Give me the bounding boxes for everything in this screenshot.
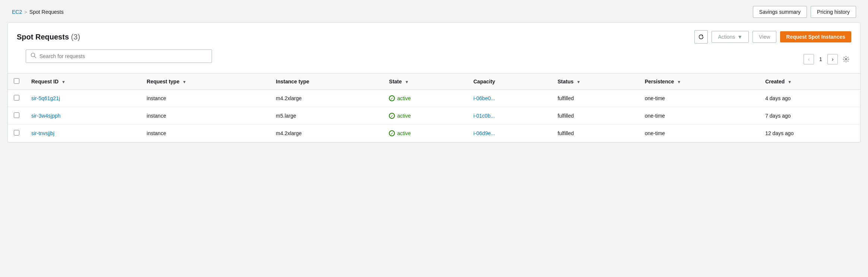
sort-icon-persistence: ▼ xyxy=(677,80,681,84)
select-all-checkbox[interactable] xyxy=(14,78,19,84)
row-created: 7 days ago xyxy=(759,107,860,125)
breadcrumb-separator: > xyxy=(24,9,27,15)
request-spot-instances-button[interactable]: Request Spot Instances xyxy=(780,31,851,42)
state-label: active xyxy=(397,95,411,101)
header-persistence: Persistence ▼ xyxy=(639,74,760,90)
search-bar[interactable] xyxy=(26,50,212,63)
table-row: sir-3w4sjpph instance m5.large ✓ active … xyxy=(8,107,860,125)
row-request-id: sir-5q61g21j xyxy=(25,90,141,107)
sort-icon-status: ▼ xyxy=(576,80,580,84)
row-request-type: instance xyxy=(141,125,270,142)
card-header: Spot Requests (3) Actions ▼ View Request… xyxy=(8,30,860,50)
row-persistence: one-time xyxy=(639,125,760,142)
row-state: ✓ active xyxy=(383,90,467,107)
spot-requests-table: Request ID ▼ Request type ▼ Instance typ… xyxy=(8,73,860,142)
card-title-text: Spot Requests xyxy=(17,33,69,41)
capacity-link[interactable]: i-06be0... xyxy=(473,95,495,101)
request-id-link[interactable]: sir-3w4sjpph xyxy=(31,113,61,119)
refresh-button[interactable] xyxy=(694,30,708,44)
header-request-id: Request ID ▼ xyxy=(25,74,141,90)
request-id-link[interactable]: sir-tnvsjjbj xyxy=(31,130,54,136)
refresh-icon xyxy=(698,34,704,40)
row-capacity: i-01c0b... xyxy=(468,107,552,125)
card-count: (3) xyxy=(71,33,80,41)
top-actions: Savings summary Pricing history xyxy=(753,6,856,18)
row-status: fulfilled xyxy=(552,125,639,142)
actions-label: Actions xyxy=(718,34,735,40)
view-button[interactable]: View xyxy=(753,31,776,43)
pricing-history-button[interactable]: Pricing history xyxy=(811,6,856,18)
row-state: ✓ active xyxy=(383,125,467,142)
breadcrumb-ec2-link[interactable]: EC2 xyxy=(12,9,22,15)
sort-icon-request-type: ▼ xyxy=(183,80,187,84)
row-persistence: one-time xyxy=(639,90,760,107)
savings-summary-button[interactable]: Savings summary xyxy=(753,6,807,18)
row-request-type: instance xyxy=(141,90,270,107)
row-request-id: sir-tnvsjjbj xyxy=(25,125,141,142)
row-state: ✓ active xyxy=(383,107,467,125)
state-label: active xyxy=(397,130,411,136)
sort-icon-created: ▼ xyxy=(788,80,792,84)
row-created: 4 days ago xyxy=(759,90,860,107)
table-row: sir-tnvsjjbj instance m4.2xlarge ✓ activ… xyxy=(8,125,860,142)
header-checkbox-cell xyxy=(8,74,25,90)
search-icon xyxy=(31,52,37,60)
table-header-row: Request ID ▼ Request type ▼ Instance typ… xyxy=(8,74,860,90)
row-status: fulfilled xyxy=(552,107,639,125)
card-title-area: Spot Requests (3) xyxy=(17,33,80,41)
state-active-icon: ✓ xyxy=(389,113,395,119)
actions-button[interactable]: Actions ▼ xyxy=(712,31,749,43)
table-settings-button[interactable] xyxy=(841,54,851,64)
capacity-link[interactable]: i-01c0b... xyxy=(473,113,495,119)
row-checkbox-cell xyxy=(8,125,25,142)
row-capacity: i-06be0... xyxy=(468,90,552,107)
row-instance-type: m4.2xlarge xyxy=(270,90,383,107)
header-created: Created ▼ xyxy=(759,74,860,90)
row-capacity: i-06d9e... xyxy=(468,125,552,142)
page-number: 1 xyxy=(817,56,824,62)
header-state: State ▼ xyxy=(383,74,467,90)
sort-icon-request-id: ▼ xyxy=(61,80,66,84)
header-instance-type: Instance type xyxy=(270,74,383,90)
request-id-link[interactable]: sir-5q61g21j xyxy=(31,95,60,101)
actions-dropdown-icon: ▼ xyxy=(737,34,742,40)
row-checkbox-cell xyxy=(8,107,25,125)
table-wrap: Request ID ▼ Request type ▼ Instance typ… xyxy=(8,73,860,142)
row-checkbox-2[interactable] xyxy=(14,130,19,136)
row-checkbox-cell xyxy=(8,90,25,107)
search-input[interactable] xyxy=(39,53,207,59)
row-created: 12 days ago xyxy=(759,125,860,142)
state-active-icon: ✓ xyxy=(389,95,395,101)
pagination: ‹ 1 › xyxy=(804,54,851,64)
row-instance-type: m4.2xlarge xyxy=(270,125,383,142)
card-title: Spot Requests (3) xyxy=(17,33,80,41)
breadcrumb: EC2 > Spot Requests xyxy=(12,9,64,15)
svg-point-2 xyxy=(845,58,847,60)
svg-line-1 xyxy=(35,57,36,58)
sort-icon-state: ▼ xyxy=(405,80,409,84)
row-persistence: one-time xyxy=(639,107,760,125)
header-status: Status ▼ xyxy=(552,74,639,90)
state-label: active xyxy=(397,113,411,119)
row-instance-type: m5.large xyxy=(270,107,383,125)
row-checkbox-0[interactable] xyxy=(14,95,19,101)
table-row: sir-5q61g21j instance m4.2xlarge ✓ activ… xyxy=(8,90,860,107)
capacity-link[interactable]: i-06d9e... xyxy=(473,130,495,136)
header-capacity: Capacity xyxy=(468,74,552,90)
row-request-type: instance xyxy=(141,107,270,125)
header-actions: Actions ▼ View Request Spot Instances xyxy=(694,30,851,44)
row-status: fulfilled xyxy=(552,90,639,107)
header-request-type: Request type ▼ xyxy=(141,74,270,90)
row-checkbox-1[interactable] xyxy=(14,112,19,118)
breadcrumb-current: Spot Requests xyxy=(29,9,64,15)
search-pagination-row: ‹ 1 › xyxy=(8,50,860,73)
settings-icon xyxy=(843,56,849,63)
top-bar: EC2 > Spot Requests Savings summary Pric… xyxy=(0,0,868,22)
row-request-id: sir-3w4sjpph xyxy=(25,107,141,125)
next-page-button[interactable]: › xyxy=(827,54,838,64)
prev-page-button[interactable]: ‹ xyxy=(804,54,814,64)
state-active-icon: ✓ xyxy=(389,130,395,136)
main-card: Spot Requests (3) Actions ▼ View Request… xyxy=(7,22,861,143)
